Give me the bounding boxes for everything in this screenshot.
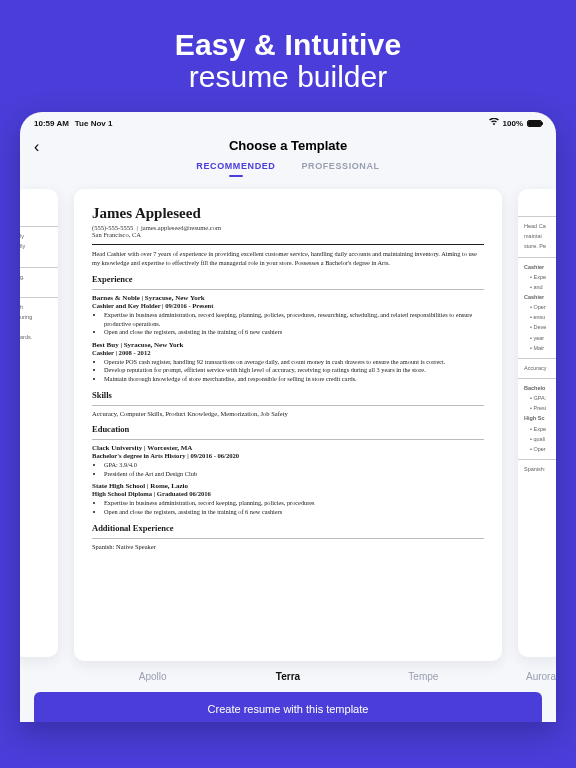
template-card-next[interactable]: Head Ca maintai store. Pe Cashier Expe a… — [518, 189, 556, 657]
template-carousel[interactable]: lylly g. h uring ards. James Appleseed — [20, 185, 556, 665]
job2-role: Cashier | 2008 - 2012 — [92, 349, 484, 356]
section-education: Education — [92, 424, 484, 434]
job1-role: Cashier and Key Holder | 09/2016 - Prese… — [92, 302, 484, 309]
status-time: 10:59 AM — [34, 119, 69, 128]
tab-professional[interactable]: PROFESSIONAL — [301, 161, 379, 177]
create-resume-button[interactable]: Create resume with this template — [34, 692, 542, 722]
hero-title-line1: Easy & Intuitive — [175, 28, 402, 62]
template-name-apollo[interactable]: Apollo — [86, 671, 220, 682]
battery-pct: 100% — [503, 119, 523, 128]
back-button[interactable]: ‹ — [34, 138, 39, 156]
hero-title-line2: resume builder — [175, 60, 402, 94]
edu1-school: Clack University | Worcester, MA — [92, 444, 484, 452]
hero: Easy & Intuitive resume builder — [175, 0, 402, 112]
job1-employer: Barnes & Noble | Syracuse, New York — [92, 294, 484, 302]
edu2-bullets: Expertise in business administration, re… — [92, 499, 484, 516]
edu2-degree: High School Diploma | Graduated 06/2016 — [92, 490, 484, 497]
resume-preview: James Appleseed (555)-555-5555 | james.a… — [92, 205, 484, 550]
skills-line: Accuracy, Computer Skills, Product Knowl… — [92, 410, 484, 417]
template-card-terra[interactable]: James Appleseed (555)-555-5555 | james.a… — [74, 189, 502, 661]
battery-icon — [527, 120, 542, 127]
resume-name: James Appleseed — [92, 205, 484, 222]
section-additional: Additional Experience — [92, 523, 484, 533]
edu1-bullets: GPA: 3.9/4.0 President of the Art and De… — [92, 461, 484, 478]
section-skills: Skills — [92, 390, 484, 400]
resume-summary: Head Cashier with over 7 years of experi… — [92, 250, 484, 267]
template-name-aurora[interactable]: Aurora — [492, 671, 556, 682]
section-experience: Experience — [92, 274, 484, 284]
edu2-school: State High School | Rome, Lazio — [92, 482, 484, 490]
job1-bullets: Expertise in business administration, re… — [92, 311, 484, 337]
template-names: Apollo Terra Tempe Aurora — [20, 665, 556, 682]
job2-bullets: Operate POS cash register, handling 92 t… — [92, 358, 484, 384]
tab-recommended[interactable]: RECOMMENDED — [196, 161, 275, 177]
additional-line: Spanish: Native Speaker — [92, 543, 484, 550]
resume-location: San Francisco, CA — [92, 231, 484, 238]
job2-employer: Best Buy | Syracuse, New York — [92, 341, 484, 349]
page-title: Choose a Template — [36, 138, 540, 153]
tablet-frame: 10:59 AM Tue Nov 1 100% ‹ Choose a Templ… — [20, 112, 556, 722]
resume-contact: (555)-555-5555 | james.appleseed@resume.… — [92, 224, 484, 231]
template-name-terra[interactable]: Terra — [221, 671, 355, 682]
template-name-tempe[interactable]: Tempe — [356, 671, 490, 682]
template-card-prev[interactable]: lylly g. h uring ards. — [20, 189, 58, 657]
status-date: Tue Nov 1 — [75, 119, 113, 128]
edu1-degree: Bachelor's degree in Arts History | 09/2… — [92, 452, 484, 459]
status-bar: 10:59 AM Tue Nov 1 100% — [20, 112, 556, 128]
wifi-icon — [489, 118, 499, 128]
